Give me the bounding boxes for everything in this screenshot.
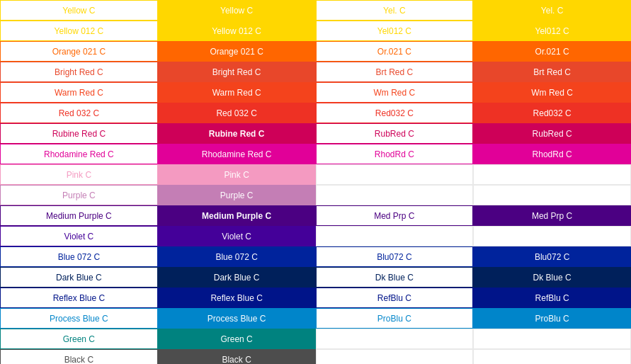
cell-r1-c1: Yellow 012 C — [158, 21, 316, 41]
cell-r9-c2 — [316, 185, 474, 205]
cell-r3-c1: Bright Red C — [158, 62, 316, 82]
cell-text-r6-c0: Rubine Red C — [52, 129, 106, 139]
cell-text-r3-c3: Brt Red C — [533, 67, 571, 77]
cell-text-r4-c1: Warm Red C — [212, 88, 261, 98]
cell-text-r11-c0: Violet C — [64, 232, 93, 241]
cell-text-r2-c3: Or.021 C — [535, 47, 569, 57]
cell-r6-c2: RubRed C — [316, 123, 474, 144]
cell-r11-c2 — [316, 226, 474, 246]
cell-r8-c2 — [316, 164, 474, 185]
cell-r12-c0: Blue 072 C — [0, 246, 158, 267]
cell-r13-c1: Dark Blue C — [158, 267, 316, 288]
cell-r5-c1: Red 032 C — [158, 103, 316, 123]
cell-text-r12-c2: Blu072 C — [377, 252, 411, 262]
cell-text-r2-c2: Or.021 C — [377, 47, 411, 57]
cell-r8-c1: Pink C — [158, 164, 316, 185]
cell-r10-c0: Medium Purple C — [0, 205, 158, 226]
cell-r2-c0: Orange 021 C — [0, 41, 158, 62]
cell-text-r8-c1: Pink C — [224, 170, 249, 180]
cell-text-r14-c0: Reflex Blue C — [53, 293, 105, 303]
cell-r13-c0: Dark Blue C — [0, 267, 158, 288]
cell-r6-c1: Rubine Red C — [158, 123, 316, 144]
cell-text-r3-c0: Bright Red C — [55, 67, 103, 77]
cell-r8-c0: Pink C — [0, 164, 158, 185]
cell-text-r0-c3: Yel. C — [541, 6, 564, 16]
cell-r13-c2: Dk Blue C — [316, 267, 474, 288]
cell-text-r12-c0: Blue 072 C — [58, 252, 100, 262]
cell-r2-c1: Orange 021 C — [158, 41, 316, 62]
cell-text-r3-c2: Brt Red C — [376, 67, 414, 77]
cell-r7-c0: Rhodamine Red C — [0, 144, 158, 164]
cell-r4-c3: Wm Red C — [473, 82, 631, 103]
cell-text-r4-c2: Wm Red C — [374, 88, 416, 98]
cell-r12-c2: Blu072 C — [316, 246, 474, 267]
cell-r17-c1: Black C — [158, 349, 316, 364]
cell-text-r14-c2: RefBlu C — [377, 293, 411, 303]
cell-text-r13-c1: Dark Blue C — [214, 273, 260, 283]
cell-r4-c1: Warm Red C — [158, 82, 316, 103]
cell-r0-c1: Yellow C — [158, 0, 316, 21]
cell-r6-c0: Rubine Red C — [0, 123, 158, 144]
cell-text-r15-c3: ProBlu C — [535, 314, 569, 324]
cell-text-r6-c1: Rubine Red C — [209, 129, 265, 139]
cell-text-r3-c1: Bright Red C — [212, 67, 261, 77]
cell-text-r9-c0: Purple C — [62, 190, 96, 200]
cell-text-r15-c1: Process Blue C — [208, 314, 266, 324]
cell-text-r13-c3: Dk Blue C — [533, 273, 572, 283]
cell-r14-c0: Reflex Blue C — [0, 288, 158, 308]
cell-text-r16-c0: Green C — [63, 334, 95, 344]
cell-r11-c0: Violet C — [0, 226, 158, 246]
cell-r16-c1: Green C — [158, 329, 316, 349]
cell-r4-c0: Warm Red C — [0, 82, 158, 103]
cell-text-r14-c1: Reflex Blue C — [210, 293, 262, 303]
cell-text-r17-c0: Black C — [64, 355, 93, 365]
cell-text-r7-c2: RhodRd C — [375, 149, 414, 159]
cell-r12-c3: Blu072 C — [473, 246, 631, 267]
cell-text-r7-c3: RhodRd C — [533, 149, 572, 159]
cell-text-r6-c2: RubRed C — [375, 129, 414, 139]
cell-text-r10-c2: Med Prp C — [374, 211, 414, 221]
cell-text-r14-c3: RefBlu C — [535, 293, 569, 303]
cell-text-r10-c1: Medium Purple C — [202, 211, 271, 221]
cell-text-r10-c0: Medium Purple C — [46, 211, 112, 221]
cell-r14-c3: RefBlu C — [473, 288, 631, 308]
cell-text-r12-c3: Blu072 C — [535, 252, 569, 262]
cell-text-r15-c0: Process Blue C — [50, 314, 108, 324]
cell-r16-c3 — [473, 329, 631, 349]
cell-text-r5-c1: Red 032 C — [216, 108, 256, 118]
cell-r3-c0: Bright Red C — [0, 62, 158, 82]
cell-r0-c3: Yel. C — [473, 0, 631, 21]
cell-r2-c3: Or.021 C — [473, 41, 631, 62]
cell-r5-c3: Red032 C — [473, 103, 631, 123]
cell-r10-c2: Med Prp C — [316, 205, 474, 226]
cell-text-r13-c2: Dk Blue C — [375, 273, 414, 283]
cell-r14-c2: RefBlu C — [316, 288, 474, 308]
cell-r5-c0: Red 032 C — [0, 103, 158, 123]
cell-text-r5-c3: Red032 C — [533, 108, 572, 118]
cell-text-r13-c0: Dark Blue C — [56, 273, 102, 283]
cell-r15-c2: ProBlu C — [316, 308, 474, 329]
cell-r9-c3 — [473, 185, 631, 205]
cell-text-r4-c0: Warm Red C — [55, 88, 103, 98]
cell-r15-c1: Process Blue C — [158, 308, 316, 329]
cell-text-r0-c2: Yel. C — [383, 6, 406, 16]
color-grid: Yellow CYellow CYel. CYel. CYellow 012 C… — [0, 0, 631, 364]
cell-r16-c2 — [316, 329, 474, 349]
cell-r9-c1: Purple C — [158, 185, 316, 205]
cell-r7-c2: RhodRd C — [316, 144, 474, 164]
cell-r16-c0: Green C — [0, 329, 158, 349]
cell-r5-c2: Red032 C — [316, 103, 474, 123]
cell-r1-c0: Yellow 012 C — [0, 21, 158, 41]
cell-r15-c3: ProBlu C — [473, 308, 631, 329]
cell-r4-c2: Wm Red C — [316, 82, 474, 103]
cell-r13-c3: Dk Blue C — [473, 267, 631, 288]
cell-text-r8-c0: Pink C — [67, 170, 91, 180]
cell-r2-c2: Or.021 C — [316, 41, 474, 62]
cell-r10-c3: Med Prp C — [473, 205, 631, 226]
cell-r6-c3: RubRed C — [473, 123, 631, 144]
cell-text-r11-c1: Violet C — [222, 232, 251, 241]
cell-text-r15-c2: ProBlu C — [377, 314, 411, 324]
cell-r3-c2: Brt Red C — [316, 62, 474, 82]
cell-r3-c3: Brt Red C — [473, 62, 631, 82]
cell-r0-c0: Yellow C — [0, 0, 158, 21]
